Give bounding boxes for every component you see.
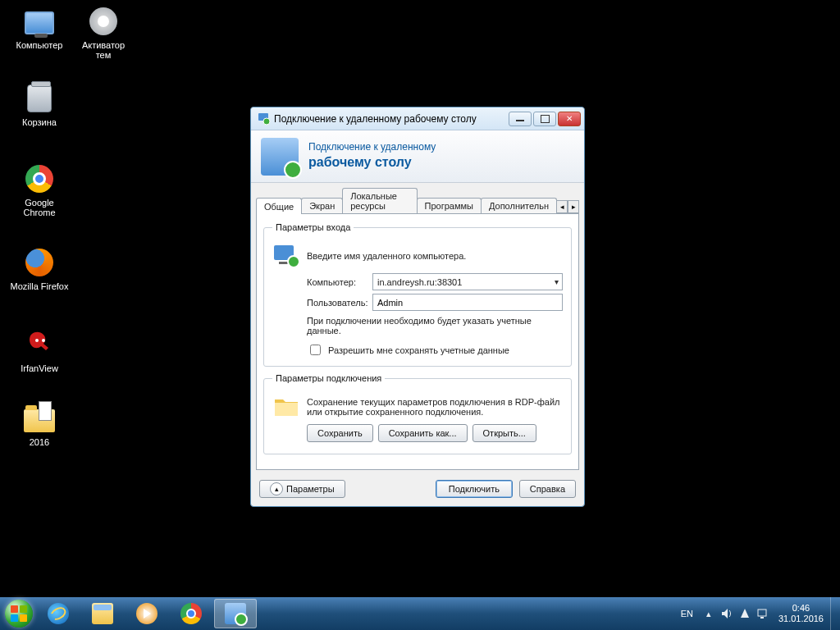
tray-chevron-icon[interactable]: ▴ (702, 607, 715, 620)
chevron-up-icon: ▴ (270, 482, 283, 495)
login-group: Параметры входа Введите имя удаленного к… (263, 222, 572, 367)
svg-rect-9 (11, 614, 18, 622)
folder-icon (272, 393, 300, 421)
desktop-icon-folder-2016[interactable]: 2016 (10, 402, 69, 447)
taskbar-wmp[interactable] (126, 599, 168, 628)
svg-rect-8 (20, 605, 27, 613)
desktop-icon-label: Mozilla Firefox (11, 281, 69, 291)
tab-scroll-left[interactable]: ◂ (556, 200, 568, 213)
connect-button[interactable]: Подключить (436, 480, 513, 498)
start-button[interactable] (2, 599, 36, 628)
taskbar-explorer[interactable] (81, 599, 124, 628)
computer-icon (272, 242, 300, 270)
rdp-large-icon (261, 138, 299, 176)
tab-strip: Общие Экран Локальные ресурсы Программы … (251, 183, 584, 213)
show-desktop-button[interactable] (830, 597, 838, 630)
desktop-icon-label: Активатор тем (82, 40, 125, 60)
svg-rect-7 (11, 605, 18, 613)
taskbar-chrome[interactable] (170, 599, 212, 628)
svg-point-1 (42, 339, 45, 342)
desktop-icon-chrome[interactable]: Google Chrome (10, 162, 69, 217)
clock-date: 31.01.2016 (778, 614, 824, 624)
svg-point-6 (288, 256, 299, 267)
chrome-icon (25, 165, 53, 193)
login-instr: Введите имя удаленного компьютера. (307, 251, 466, 261)
tab-local-resources[interactable]: Локальные ресурсы (342, 188, 417, 213)
connection-note: Сохранение текущих параметров подключени… (307, 397, 560, 417)
svg-rect-12 (760, 617, 764, 619)
chrome-icon (180, 603, 202, 624)
desktop-icon-label: Компьютер (16, 40, 63, 50)
computer-icon (25, 11, 54, 34)
banner-line1: Подключение к удаленному (308, 141, 436, 153)
maximize-button[interactable] (533, 112, 556, 126)
ie-icon (48, 603, 69, 624)
desktop-icon-irfanview[interactable]: IrfanView (10, 328, 69, 373)
system-tray: EN ▴ 0:46 31.01.2016 (674, 597, 838, 630)
svg-rect-10 (20, 614, 27, 622)
banner: Подключение к удаленному рабочему столу (251, 130, 584, 183)
windows-orb-icon (5, 600, 33, 628)
desktop-icon-label: Google Chrome (23, 198, 55, 217)
gear-icon (89, 7, 117, 35)
save-button[interactable]: Сохранить (307, 424, 373, 442)
svg-point-0 (35, 339, 39, 342)
rdp-window: Подключение к удаленному рабочему столу … (250, 107, 585, 507)
computer-combo[interactable]: in.andreysh.ru:38301 (372, 273, 563, 290)
close-button[interactable]: ✕ (558, 112, 581, 126)
user-label: Пользователь: (307, 298, 372, 308)
recycle-bin-icon (27, 84, 52, 112)
network-icon[interactable] (756, 607, 769, 620)
credentials-note: При подключении необходимо будет указать… (307, 316, 563, 336)
folder-icon (24, 409, 55, 432)
tab-scroll-right[interactable]: ▸ (568, 200, 579, 213)
rdp-icon (258, 112, 271, 126)
open-button[interactable]: Открыть... (472, 424, 536, 442)
save-as-button[interactable]: Сохранить как... (378, 424, 468, 442)
taskbar: EN ▴ 0:46 31.01.2016 (0, 597, 840, 630)
login-group-title: Параметры входа (272, 222, 354, 232)
firefox-icon (25, 249, 53, 276)
rdp-icon (225, 603, 246, 624)
tab-programs[interactable]: Программы (417, 198, 482, 213)
window-title: Подключение к удаленному рабочему столу (274, 113, 509, 125)
media-player-icon (136, 603, 158, 624)
minimize-button[interactable] (509, 112, 532, 126)
action-center-icon[interactable] (738, 607, 751, 620)
desktop-icon-computer[interactable]: Компьютер (10, 5, 69, 50)
svg-rect-11 (758, 609, 766, 616)
user-input[interactable] (372, 294, 563, 311)
desktop-icon-label: 2016 (30, 437, 49, 447)
irfanview-icon (25, 331, 53, 358)
tab-display[interactable]: Экран (301, 198, 343, 213)
explorer-icon (92, 603, 113, 624)
tab-page-general: Параметры входа Введите имя удаленного к… (256, 213, 579, 470)
connection-group: Параметры подключения Сохранение текущих… (263, 373, 572, 454)
clock[interactable]: 0:46 31.01.2016 (772, 603, 830, 623)
clock-time: 0:46 (778, 603, 824, 614)
desktop-icon-recycle-bin[interactable]: Корзина (10, 82, 69, 127)
desktop-icon-label: IrfanView (21, 363, 58, 373)
options-button[interactable]: ▴ Параметры (259, 480, 345, 498)
help-button[interactable]: Справка (519, 480, 576, 498)
allow-save-checkbox[interactable]: Разрешить мне сохранять учетные данные (307, 342, 563, 358)
tab-general[interactable]: Общие (256, 198, 302, 214)
titlebar[interactable]: Подключение к удаленному рабочему столу … (251, 107, 584, 130)
allow-save-label: Разрешить мне сохранять учетные данные (328, 345, 509, 355)
taskbar-ie[interactable] (37, 599, 80, 628)
speaker-icon[interactable] (720, 607, 733, 620)
svg-point-3 (263, 118, 270, 125)
banner-line2: рабочему столу (308, 155, 412, 169)
allow-save-input[interactable] (310, 345, 321, 355)
dialog-footer: ▴ Параметры Подключить Справка (251, 477, 584, 506)
desktop-icon-theme-activator[interactable]: Активатор тем (74, 5, 133, 60)
tab-advanced[interactable]: Дополнительн (481, 198, 557, 213)
desktop-icon-firefox[interactable]: Mozilla Firefox (10, 246, 69, 291)
taskbar-rdp[interactable] (214, 599, 257, 628)
computer-label: Компьютер: (307, 277, 372, 287)
language-indicator[interactable]: EN (674, 609, 700, 619)
connection-group-title: Параметры подключения (272, 373, 385, 383)
desktop-icon-label: Корзина (22, 117, 57, 127)
